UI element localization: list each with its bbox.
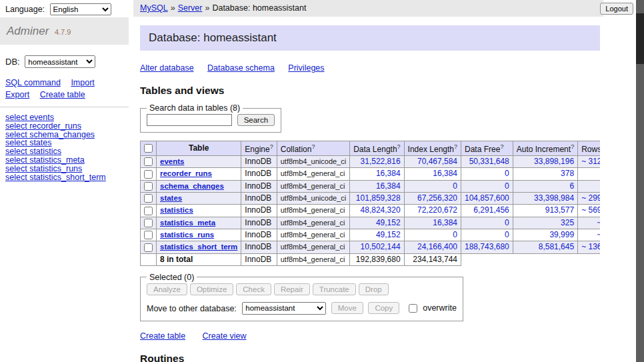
- data-length-link[interactable]: 16,384: [376, 181, 401, 191]
- row-checkbox-statistics-meta[interactable]: [144, 219, 153, 227]
- index-length-link[interactable]: 67,256,320: [417, 193, 457, 203]
- search-button[interactable]: Search: [237, 114, 275, 126]
- scrollbar-thumb[interactable]: [636, 13, 644, 64]
- rows-link[interactable]: ~ 312,180: [581, 157, 600, 166]
- truncate-button[interactable]: Truncate: [313, 283, 356, 295]
- create-create-view[interactable]: Create view: [203, 331, 247, 341]
- table-link-statistics-runs[interactable]: statistics_runs: [160, 231, 214, 239]
- data-free-link[interactable]: 0: [505, 218, 509, 227]
- app-name-link[interactable]: Adminer: [7, 25, 49, 37]
- rows-link[interactable]: ~ 299,833: [581, 193, 600, 203]
- data-length-link[interactable]: 48,824,320: [361, 205, 401, 215]
- auto-increment-link[interactable]: 913,577: [545, 205, 574, 215]
- tables-table: TableEngine?Collation?Data Length?Index …: [140, 141, 600, 266]
- select-all-checkbox[interactable]: [144, 144, 153, 153]
- table-link-statistics-meta[interactable]: statistics_meta: [160, 219, 215, 227]
- data-length-link[interactable]: 10,502,144: [361, 242, 401, 251]
- data-free-link[interactable]: 188,743,680: [465, 242, 509, 251]
- auto-increment-link[interactable]: 39,999: [549, 230, 574, 239]
- rows-link[interactable]: ~ 244: [597, 218, 600, 227]
- help-icon[interactable]: ?: [270, 143, 273, 150]
- index-length-link[interactable]: 16,384: [433, 218, 457, 227]
- sidebar-table-select-statistics-runs[interactable]: select statistics_runs: [5, 165, 123, 173]
- rows-link[interactable]: ~ 628: [597, 230, 600, 239]
- row-checkbox-recorder-runs[interactable]: [144, 170, 153, 179]
- check-button[interactable]: Check: [236, 283, 271, 295]
- breadcrumb-link-mysql[interactable]: MySQL: [140, 3, 168, 13]
- optimize-button[interactable]: Optimize: [190, 283, 233, 295]
- sidebar-table-select-recorder-runs[interactable]: select recorder_runs: [5, 122, 123, 131]
- data-length-link[interactable]: 31,522,816: [361, 157, 401, 166]
- move-db-select[interactable]: homeassistant: [242, 302, 326, 315]
- sidebar-action-create-table[interactable]: Create table: [40, 90, 85, 99]
- index-length-link[interactable]: 72,220,672: [417, 205, 457, 215]
- table-link-recorder-runs[interactable]: recorder_runs: [160, 169, 212, 177]
- auto-increment-link[interactable]: 6: [569, 181, 574, 191]
- data-length-link[interactable]: 49,152: [376, 230, 401, 239]
- db-action-alter-database[interactable]: Alter database: [140, 63, 194, 73]
- copy-button[interactable]: Copy: [368, 302, 399, 314]
- auto-increment-link[interactable]: 325: [561, 218, 574, 227]
- help-icon[interactable]: ?: [397, 143, 401, 150]
- db-action-privileges[interactable]: Privileges: [288, 63, 324, 73]
- rows-link[interactable]: ~ 569,159: [581, 205, 600, 215]
- help-icon[interactable]: ?: [571, 143, 574, 150]
- language-select[interactable]: English: [50, 3, 111, 15]
- rows-cell: ~ 299,833: [578, 192, 600, 204]
- table-link-events[interactable]: events: [160, 157, 184, 165]
- data-length-link[interactable]: 101,859,328: [356, 193, 401, 203]
- sidebar-table-select-statistics-meta[interactable]: select statistics_meta: [5, 156, 123, 165]
- breadcrumb-link-server[interactable]: Server: [178, 3, 203, 13]
- sidebar-table-select-events[interactable]: select events: [5, 113, 123, 122]
- sidebar-action-export[interactable]: Export: [5, 90, 29, 99]
- rows-link[interactable]: ~ 136,108: [581, 242, 600, 251]
- move-button[interactable]: Move: [331, 302, 363, 314]
- search-input[interactable]: [147, 114, 232, 126]
- row-checkbox-statistics-runs[interactable]: [144, 231, 153, 239]
- index-length-link[interactable]: 16,384: [433, 169, 457, 178]
- row-checkbox-events[interactable]: [144, 157, 153, 166]
- table-link-schema-changes[interactable]: schema_changes: [160, 182, 224, 190]
- data-free-link[interactable]: 50,331,648: [469, 157, 509, 166]
- auto-increment-link[interactable]: 33,398,984: [534, 193, 574, 203]
- overwrite-label[interactable]: overwrite: [423, 303, 457, 313]
- table-link-statistics[interactable]: statistics: [160, 206, 193, 214]
- auto-increment-link[interactable]: 33,898,196: [534, 157, 574, 166]
- index-length-link[interactable]: 0: [453, 181, 457, 191]
- row-checkbox-statistics[interactable]: [144, 207, 153, 215]
- row-checkbox-states[interactable]: [144, 194, 153, 203]
- auto-increment-link[interactable]: 8,581,645: [539, 242, 574, 251]
- help-icon[interactable]: ?: [500, 143, 503, 150]
- table-link-states[interactable]: states: [160, 194, 182, 202]
- db-select[interactable]: homeassistant: [25, 55, 95, 68]
- data-free-link[interactable]: 104,857,600: [465, 193, 509, 203]
- data-length-link[interactable]: 16,384: [376, 169, 401, 178]
- row-checkbox-schema-changes[interactable]: [144, 182, 153, 191]
- drop-button[interactable]: Drop: [359, 283, 389, 295]
- data-free-link[interactable]: 0: [505, 230, 509, 239]
- auto-increment-link[interactable]: 378: [561, 169, 574, 178]
- index-length-link[interactable]: 24,166,400: [417, 242, 457, 251]
- repair-button[interactable]: Repair: [274, 283, 310, 295]
- create-create-table[interactable]: Create table: [140, 331, 185, 341]
- index-length-link[interactable]: 70,467,584: [417, 157, 457, 166]
- page-scrollbar[interactable]: [636, 0, 644, 362]
- row-checkbox-statistics-short-term[interactable]: [144, 243, 153, 252]
- collation-cell: utf8mb4_general_ci: [277, 217, 349, 229]
- index-length-link[interactable]: 0: [453, 230, 457, 239]
- sidebar-action-import[interactable]: Import: [71, 78, 94, 87]
- logout-button[interactable]: Logout: [600, 3, 633, 15]
- data-free-link[interactable]: 0: [505, 169, 509, 178]
- help-icon[interactable]: ?: [311, 143, 315, 150]
- db-action-database-schema[interactable]: Database schema: [207, 63, 275, 73]
- sidebar-table-select-statistics-short-term[interactable]: select statistics_short_term: [5, 173, 123, 182]
- analyze-button[interactable]: Analyze: [147, 283, 187, 295]
- data-length-link[interactable]: 49,152: [376, 218, 401, 227]
- help-icon[interactable]: ?: [454, 143, 457, 150]
- data-free-link[interactable]: 0: [505, 181, 509, 191]
- sidebar-divider: [0, 107, 129, 107]
- sidebar-action-sql-command[interactable]: SQL command: [5, 78, 61, 87]
- table-link-statistics-short-term[interactable]: statistics_short_term: [160, 243, 237, 251]
- overwrite-checkbox[interactable]: [409, 304, 417, 313]
- data-free-link[interactable]: 6,291,456: [473, 205, 509, 215]
